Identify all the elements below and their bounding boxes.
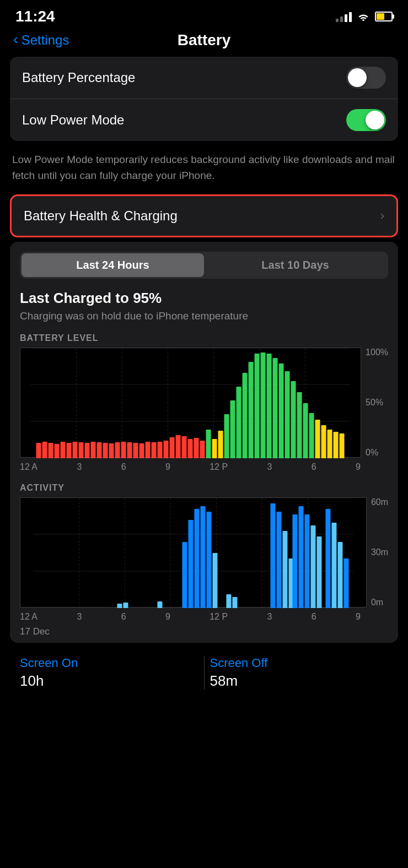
svg-rect-24: [121, 442, 126, 458]
activity-chart-area: [20, 497, 367, 607]
screen-stats: Screen On 10h Screen Off 58m: [10, 647, 398, 690]
chart-card: Last 24 Hours Last 10 Days Last Charged …: [10, 242, 398, 643]
activity-y-30m: 30m: [371, 547, 388, 557]
svg-rect-81: [232, 597, 237, 608]
activity-x-6p: 6: [312, 612, 316, 622]
battery-y-100: 100%: [366, 348, 388, 357]
svg-rect-71: [117, 604, 122, 608]
svg-rect-86: [292, 514, 297, 608]
svg-rect-23: [115, 442, 120, 458]
screen-off-value: 58m: [210, 672, 389, 690]
battery-health-chevron-icon: ›: [380, 209, 384, 223]
battery-level-label: BATTERY LEVEL: [20, 333, 388, 343]
svg-rect-77: [200, 506, 205, 608]
svg-rect-73: [157, 601, 162, 608]
svg-rect-92: [331, 523, 336, 608]
battery-percentage-row[interactable]: Battery Percentage: [10, 57, 398, 99]
main-content: Battery Percentage Low Power Mode Low Po…: [0, 57, 408, 690]
svg-rect-29: [152, 442, 157, 458]
svg-rect-82: [270, 503, 275, 608]
date-label: 17 Dec: [20, 626, 388, 637]
svg-rect-94: [343, 558, 348, 608]
svg-rect-33: [176, 435, 181, 458]
battery-health-label: Battery Health & Charging: [24, 208, 178, 224]
svg-rect-59: [334, 432, 339, 458]
battery-x-labels: 12 A 3 6 9 12 P 3 6 9: [20, 460, 361, 474]
svg-rect-13: [55, 444, 60, 458]
svg-rect-16: [73, 442, 78, 458]
page-title: Battery: [178, 31, 230, 49]
activity-chart: [20, 498, 366, 608]
svg-rect-49: [273, 358, 278, 458]
battery-chart-wrapper: 100% 50% 0%: [20, 348, 388, 458]
svg-rect-47: [261, 352, 266, 458]
svg-rect-84: [282, 531, 287, 608]
svg-rect-78: [206, 512, 211, 608]
battery-percentage-thumb: [348, 68, 367, 87]
svg-rect-31: [164, 441, 169, 458]
battery-percentage-toggle[interactable]: [346, 67, 386, 89]
svg-rect-40: [218, 431, 223, 458]
svg-rect-46: [255, 354, 260, 458]
activity-x-12a: 12 A: [20, 612, 37, 622]
svg-rect-11: [42, 442, 47, 458]
svg-rect-89: [310, 525, 315, 608]
activity-label: ACTIVITY: [20, 483, 388, 493]
svg-rect-75: [188, 520, 193, 608]
svg-rect-15: [67, 443, 72, 458]
svg-rect-42: [230, 400, 235, 458]
battery-x-12p: 12 P: [210, 462, 228, 472]
time-range-segment[interactable]: Last 24 Hours Last 10 Days: [20, 252, 388, 279]
status-bar: 11:24: [0, 0, 408, 30]
screen-on-label: Screen On: [20, 656, 198, 670]
activity-y-60m: 60m: [371, 497, 388, 507]
screen-on-value: 10h: [20, 672, 198, 690]
svg-rect-27: [139, 443, 144, 458]
svg-rect-79: [212, 553, 217, 608]
back-chevron-icon: ‹: [13, 31, 18, 48]
signal-bars-icon: [336, 11, 352, 22]
svg-rect-58: [328, 430, 332, 458]
activity-y-0m: 0m: [371, 598, 388, 607]
svg-rect-60: [340, 433, 345, 458]
low-power-description: Low Power Mode temporarily reduces backg…: [10, 145, 398, 194]
screen-off-stat: Screen Off 58m: [210, 656, 389, 690]
screen-divider: [204, 656, 205, 690]
activity-x-labels: 12 A 3 6 9 12 P 3 6 9: [20, 610, 361, 624]
svg-rect-35: [188, 439, 193, 458]
svg-rect-37: [200, 441, 205, 458]
battery-y-50: 50%: [366, 398, 388, 408]
low-power-mode-row[interactable]: Low Power Mode: [10, 99, 398, 141]
svg-rect-83: [276, 512, 281, 608]
svg-rect-10: [36, 443, 41, 458]
back-label: Settings: [22, 32, 69, 48]
activity-x-3p: 3: [267, 612, 272, 622]
battery-x-9p: 9: [356, 462, 361, 472]
screen-on-stat: Screen On 10h: [20, 656, 198, 690]
svg-rect-51: [285, 371, 290, 458]
svg-rect-44: [243, 373, 248, 458]
svg-rect-12: [49, 443, 53, 458]
svg-rect-26: [133, 443, 138, 458]
svg-rect-56: [315, 420, 320, 458]
battery-health-card[interactable]: Battery Health & Charging ›: [10, 194, 398, 237]
svg-rect-28: [146, 442, 151, 458]
svg-rect-32: [170, 437, 175, 458]
svg-rect-18: [85, 443, 90, 458]
svg-rect-36: [194, 438, 199, 458]
battery-health-row[interactable]: Battery Health & Charging ›: [12, 196, 396, 236]
battery-x-6a: 6: [121, 462, 126, 472]
nav-bar: ‹ Settings Battery: [0, 30, 408, 57]
segment-24h[interactable]: Last 24 Hours: [22, 253, 204, 277]
svg-rect-90: [316, 536, 321, 608]
svg-rect-93: [337, 542, 342, 608]
svg-rect-48: [267, 354, 272, 458]
status-icons: [336, 11, 393, 22]
battery-settings-card: Battery Percentage Low Power Mode: [10, 57, 398, 141]
segment-10d[interactable]: Last 10 Days: [204, 253, 386, 277]
back-button[interactable]: ‹ Settings: [13, 32, 69, 48]
svg-rect-76: [194, 509, 199, 608]
battery-status-icon: [375, 12, 393, 21]
low-power-mode-toggle[interactable]: [346, 109, 386, 131]
activity-x-12p: 12 P: [210, 612, 228, 622]
